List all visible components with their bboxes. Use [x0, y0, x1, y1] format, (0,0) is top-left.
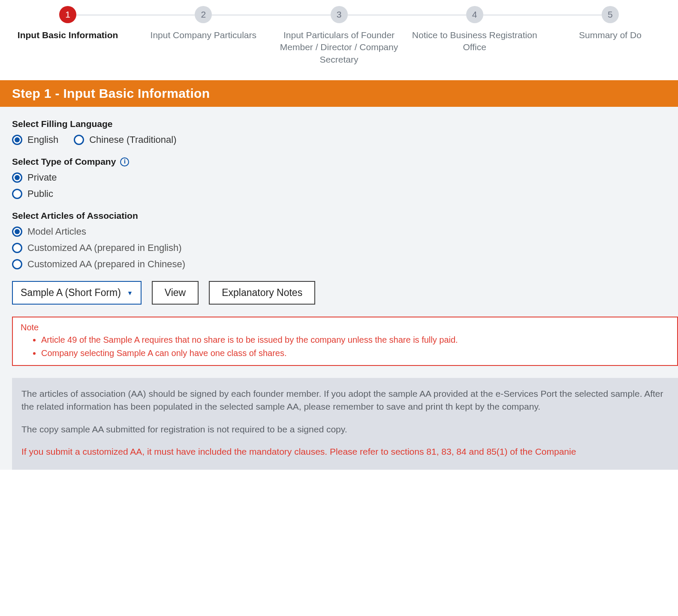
sample-select-value: Sample A (Short Form) [21, 287, 121, 299]
note-item-1: Article 49 of the Sample A requires that… [41, 334, 669, 346]
radio-dot-icon [12, 172, 22, 183]
radio-articles-custom-zh-label: Customized AA (prepared in Chinese) [27, 259, 185, 270]
radio-articles-model-label: Model Articles [27, 226, 86, 237]
step-2[interactable]: 2 Input Company Particulars [136, 6, 271, 41]
group-articles: Select Articles of Association Model Art… [12, 211, 678, 270]
note-title: Note [21, 323, 669, 332]
radio-language-chinese[interactable]: Chinese (Traditional) [74, 134, 176, 145]
radio-dot-icon [12, 243, 22, 253]
note-box: Note Article 49 of the Sample A requires… [12, 317, 678, 366]
explanatory-notes-button[interactable]: Explanatory Notes [209, 281, 315, 305]
caret-down-icon: ▼ [127, 290, 133, 296]
step-4-label: Notice to Business Registration Office [410, 29, 540, 54]
radio-articles-custom-zh[interactable]: Customized AA (prepared in Chinese) [12, 259, 678, 270]
radio-articles-model[interactable]: Model Articles [12, 226, 678, 237]
step-4[interactable]: 4 Notice to Business Registration Office [407, 6, 542, 54]
radio-dot-icon [12, 259, 22, 269]
section-title-bar: Step 1 - Input Basic Information [0, 80, 678, 107]
step-5-number: 5 [602, 6, 619, 23]
action-row: Sample A (Short Form) ▼ View Explanatory… [12, 281, 678, 305]
radio-language-english-label: English [27, 134, 58, 145]
group-articles-label: Select Articles of Association [12, 211, 678, 221]
info-icon[interactable]: i [120, 157, 129, 166]
sample-select[interactable]: Sample A (Short Form) ▼ [12, 281, 142, 305]
radio-language-english[interactable]: English [12, 134, 58, 145]
step-3-number: 3 [331, 6, 348, 23]
step-1-number: 1 [59, 6, 76, 23]
radio-articles-custom-en[interactable]: Customized AA (prepared in English) [12, 242, 678, 254]
radio-company-private-label: Private [27, 172, 57, 183]
stepper: 1 Input Basic Information 2 Input Compan… [0, 0, 678, 80]
step-5-label: Summary of Do [545, 29, 675, 41]
radio-dot-icon [12, 189, 22, 199]
group-company-type: Select Type of Company i Private Public [12, 157, 678, 199]
step-1[interactable]: 1 Input Basic Information [0, 6, 136, 41]
group-company-type-label: Select Type of Company [12, 157, 116, 167]
view-button[interactable]: View [152, 281, 199, 305]
step-4-number: 4 [466, 6, 483, 23]
info-paragraph-3-warning: If you submit a customized AA, it must h… [21, 445, 669, 458]
radio-dot-icon [12, 226, 22, 237]
info-paragraph-1: The articles of association (AA) should … [21, 387, 669, 414]
radio-company-public[interactable]: Public [12, 188, 678, 199]
radio-dot-icon [74, 135, 84, 145]
note-item-2: Company selecting Sample A can only have… [41, 347, 669, 359]
radio-dot-icon [12, 135, 22, 145]
step-2-number: 2 [195, 6, 212, 23]
form-body: Select Filling Language English Chinese … [0, 107, 678, 470]
group-language-label: Select Filling Language [12, 119, 678, 129]
info-panel: The articles of association (AA) should … [12, 378, 678, 470]
step-5[interactable]: 5 Summary of Do [542, 6, 678, 41]
step-3-label: Input Particulars of Founder Member / Di… [274, 29, 404, 66]
step-1-label: Input Basic Information [3, 29, 133, 41]
section-title: Step 1 - Input Basic Information [12, 86, 210, 100]
info-paragraph-2: The copy sample AA submitted for registr… [21, 423, 669, 436]
group-language: Select Filling Language English Chinese … [12, 119, 678, 145]
radio-company-public-label: Public [27, 188, 53, 199]
radio-company-private[interactable]: Private [12, 172, 678, 183]
radio-articles-custom-en-label: Customized AA (prepared in English) [27, 242, 182, 254]
radio-language-chinese-label: Chinese (Traditional) [89, 134, 176, 145]
step-2-label: Input Company Particulars [138, 29, 268, 41]
